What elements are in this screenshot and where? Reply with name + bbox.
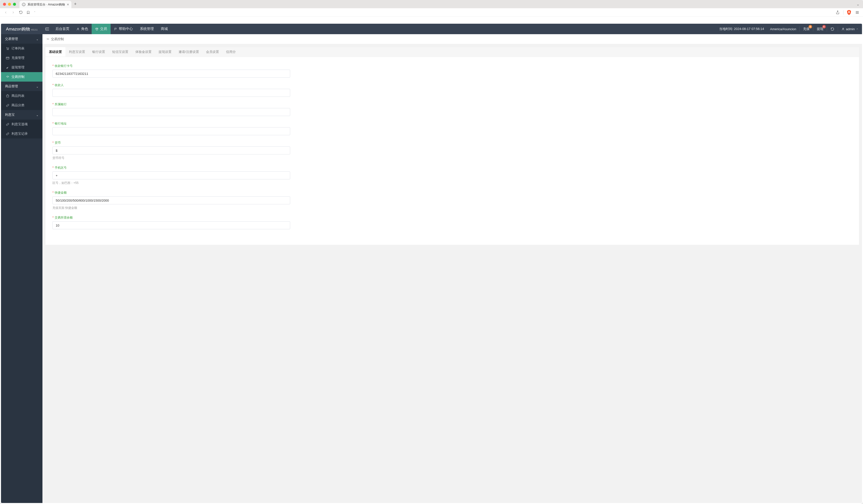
browser-tab[interactable]: 系统管理后台 · Amazon购物 ×	[20, 1, 72, 8]
sidebar-item[interactable]: 交易控制	[1, 72, 42, 81]
label-currency: *货币	[52, 141, 852, 145]
tab[interactable]: 会员设置	[202, 47, 223, 57]
sidebar-item[interactable]: 充值管理	[1, 53, 42, 63]
app-header: Amazon购物 V2.2.1 后台首页 角色	[1, 24, 862, 34]
tab[interactable]: 利息宝设置	[65, 47, 89, 57]
svg-rect-14	[6, 57, 9, 59]
input-min-balance[interactable]	[52, 221, 290, 229]
recharge-badge: 3	[809, 25, 812, 28]
label-bank-name: *所属银行	[52, 102, 852, 106]
sidebar-item-label: 商品分类	[12, 103, 24, 107]
sidebar-item-label: 提现管理	[12, 65, 24, 69]
sidebar-group[interactable]: 交易管理⌃	[1, 34, 42, 44]
sidebar-item[interactable]: 订单列表	[1, 44, 42, 53]
label-quick-amount: *快捷金额	[52, 191, 852, 195]
basic-settings-form: *收款银行卡号 *收款人 *所属银行	[46, 57, 859, 245]
nav-home[interactable]: 后台首页	[52, 24, 73, 34]
tab[interactable]: 邀请/注册设置	[175, 47, 202, 57]
label-bank-address: *银行地址	[52, 121, 852, 126]
sidebar-item-label: 充值管理	[12, 56, 24, 60]
sidebar-group[interactable]: 利息宝⌃	[1, 110, 42, 119]
scale-icon	[95, 27, 99, 31]
forward-button[interactable]	[11, 10, 16, 15]
svg-rect-15	[6, 57, 9, 58]
chevron-down-icon: ⌃	[36, 37, 38, 41]
settings-tabs: 基础设置利息宝设置银行设置短信宝设置体验金设置提现设置邀请/注册设置会员设置信用…	[46, 47, 859, 57]
nav-system[interactable]: 系统管理	[136, 24, 157, 34]
bag-icon	[6, 94, 10, 98]
back-button[interactable]	[3, 10, 9, 15]
close-window[interactable]	[3, 3, 6, 6]
tab[interactable]: 基础设置	[46, 47, 65, 57]
gauge-icon	[6, 75, 10, 79]
link-icon	[6, 123, 10, 126]
link-icon	[6, 132, 10, 135]
sidebar-group[interactable]: 商品管理⌃	[1, 81, 42, 91]
user-icon	[76, 27, 80, 31]
card-icon	[6, 57, 10, 60]
input-quick-amount[interactable]	[52, 196, 290, 204]
sidebar-item[interactable]: 利息宝记录	[1, 129, 42, 139]
recharge-link[interactable]: 充值 3	[800, 24, 813, 34]
share-icon[interactable]	[835, 10, 840, 15]
tab[interactable]: 信用分	[223, 47, 239, 57]
minimize-window[interactable]	[8, 3, 11, 6]
app-logo: Amazon购物 V2.2.1	[1, 26, 42, 32]
local-time: 当地时间: 2024-08-17 07:56:14	[716, 27, 767, 31]
tab[interactable]: 短信宝设置	[109, 47, 132, 57]
input-bank-name[interactable]	[52, 108, 290, 116]
sidebar-item-label: 订单列表	[12, 46, 24, 51]
flag-icon	[114, 27, 117, 31]
wrench-icon	[6, 66, 10, 69]
svg-point-12	[7, 49, 8, 50]
input-currency[interactable]	[52, 146, 290, 154]
tab[interactable]: 体验金设置	[132, 47, 155, 57]
nav-mall[interactable]: 商城	[157, 24, 171, 34]
tab[interactable]: 提现设置	[155, 47, 175, 57]
withdraw-link[interactable]: 提现 0	[813, 24, 827, 34]
input-bank-account[interactable]	[52, 69, 290, 78]
breadcrumb: ≫ 交易控制	[42, 34, 862, 44]
svg-point-7	[77, 28, 78, 29]
sidebar-item[interactable]: 利息宝选项	[1, 119, 42, 129]
tab[interactable]: 银行设置	[89, 47, 109, 57]
menu-icon[interactable]	[854, 10, 860, 15]
sidebar-item-label: 商品列表	[12, 93, 24, 98]
nav-role[interactable]: 角色	[73, 24, 92, 34]
withdraw-badge: 0	[822, 25, 826, 28]
svg-point-13	[8, 49, 9, 50]
window-controls	[3, 3, 16, 6]
close-tab-icon[interactable]: ×	[67, 2, 69, 7]
sidebar-item[interactable]: 提现管理	[1, 63, 42, 72]
brave-shield-icon[interactable]	[847, 10, 851, 15]
label-min-balance: *交易所需余额	[52, 216, 852, 220]
nav-trade[interactable]: 交易	[92, 24, 111, 34]
breadcrumb-chevron-icon: ≫	[47, 37, 49, 41]
help-quick-amount: 充值页面 快捷金额	[52, 206, 852, 210]
tabs-dropdown-icon[interactable]: ⌄	[856, 2, 860, 6]
input-phone-code[interactable]	[52, 171, 290, 179]
svg-point-17	[8, 77, 8, 77]
main-content: ≫ 交易控制 基础设置利息宝设置银行设置短信宝设置体验金设置提现设置邀请/注册设…	[42, 34, 862, 503]
browser-tab-bar: 系统管理后台 · Amazon购物 × + ⌄	[0, 0, 863, 8]
sidebar-item[interactable]: 商品列表	[1, 91, 42, 101]
maximize-window[interactable]	[13, 3, 16, 6]
refresh-button[interactable]	[827, 24, 838, 34]
user-menu[interactable]: admin	[838, 24, 862, 34]
bookmark-button[interactable]	[25, 10, 31, 15]
breadcrumb-current: 交易控制	[51, 37, 64, 41]
new-tab-button[interactable]: +	[74, 1, 77, 7]
link-icon	[6, 104, 10, 107]
sidebar-item[interactable]: 商品分类	[1, 101, 42, 110]
sidebar-toggle[interactable]	[42, 24, 52, 34]
sidebar-item-label: 交易控制	[12, 75, 24, 79]
input-bank-address[interactable]	[52, 127, 290, 135]
svg-point-11	[842, 28, 843, 29]
nav-help[interactable]: 帮助中心	[111, 24, 136, 34]
browser-nav-bar: '	[0, 8, 863, 17]
user-icon	[841, 27, 845, 31]
address-bar[interactable]: '	[33, 9, 833, 16]
reload-button[interactable]	[18, 10, 24, 15]
globe-icon	[22, 3, 25, 6]
input-payee[interactable]	[52, 89, 290, 97]
